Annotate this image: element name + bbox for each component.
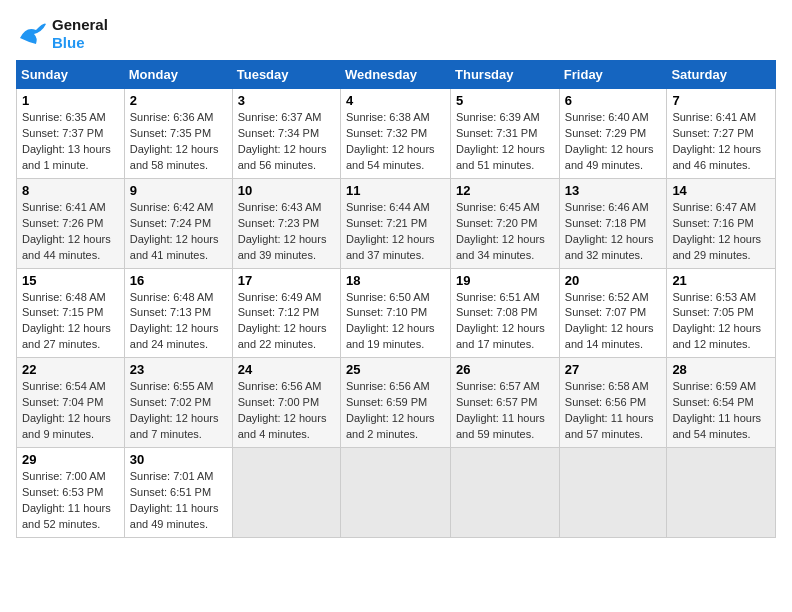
sunset-label: Sunset: 7:07 PM [565, 306, 646, 318]
calendar-cell: 5 Sunrise: 6:39 AM Sunset: 7:31 PM Dayli… [451, 89, 560, 179]
calendar-week-row: 8 Sunrise: 6:41 AM Sunset: 7:26 PM Dayli… [17, 178, 776, 268]
day-number: 2 [130, 93, 227, 108]
daylight-label: Daylight: 12 hours and 7 minutes. [130, 412, 219, 440]
day-number: 30 [130, 452, 227, 467]
day-info: Sunrise: 6:59 AM Sunset: 6:54 PM Dayligh… [672, 379, 770, 443]
daylight-label: Daylight: 12 hours and 44 minutes. [22, 233, 111, 261]
daylight-label: Daylight: 12 hours and 17 minutes. [456, 322, 545, 350]
day-number: 11 [346, 183, 445, 198]
daylight-label: Daylight: 12 hours and 41 minutes. [130, 233, 219, 261]
day-number: 8 [22, 183, 119, 198]
sunrise-label: Sunrise: 6:41 AM [672, 111, 756, 123]
calendar-cell: 23 Sunrise: 6:55 AM Sunset: 7:02 PM Dayl… [124, 358, 232, 448]
sunrise-label: Sunrise: 6:56 AM [346, 380, 430, 392]
daylight-label: Daylight: 12 hours and 22 minutes. [238, 322, 327, 350]
sunset-label: Sunset: 7:00 PM [238, 396, 319, 408]
day-info: Sunrise: 6:48 AM Sunset: 7:13 PM Dayligh… [130, 290, 227, 354]
day-number: 4 [346, 93, 445, 108]
day-info: Sunrise: 6:38 AM Sunset: 7:32 PM Dayligh… [346, 110, 445, 174]
sunset-label: Sunset: 7:29 PM [565, 127, 646, 139]
daylight-label: Daylight: 12 hours and 2 minutes. [346, 412, 435, 440]
sunrise-label: Sunrise: 6:56 AM [238, 380, 322, 392]
day-number: 29 [22, 452, 119, 467]
calendar-cell: 17 Sunrise: 6:49 AM Sunset: 7:12 PM Dayl… [232, 268, 340, 358]
sunrise-label: Sunrise: 6:41 AM [22, 201, 106, 213]
sunrise-label: Sunrise: 6:48 AM [130, 291, 214, 303]
calendar-cell: 26 Sunrise: 6:57 AM Sunset: 6:57 PM Dayl… [451, 358, 560, 448]
sunrise-label: Sunrise: 6:54 AM [22, 380, 106, 392]
sunset-label: Sunset: 6:53 PM [22, 486, 103, 498]
calendar-cell: 14 Sunrise: 6:47 AM Sunset: 7:16 PM Dayl… [667, 178, 776, 268]
day-info: Sunrise: 6:48 AM Sunset: 7:15 PM Dayligh… [22, 290, 119, 354]
sunrise-label: Sunrise: 6:38 AM [346, 111, 430, 123]
sunset-label: Sunset: 7:13 PM [130, 306, 211, 318]
sunrise-label: Sunrise: 6:51 AM [456, 291, 540, 303]
sunrise-label: Sunrise: 6:45 AM [456, 201, 540, 213]
day-info: Sunrise: 6:44 AM Sunset: 7:21 PM Dayligh… [346, 200, 445, 264]
calendar-cell: 12 Sunrise: 6:45 AM Sunset: 7:20 PM Dayl… [451, 178, 560, 268]
day-number: 19 [456, 273, 554, 288]
day-number: 3 [238, 93, 335, 108]
sunrise-label: Sunrise: 6:44 AM [346, 201, 430, 213]
calendar-cell: 21 Sunrise: 6:53 AM Sunset: 7:05 PM Dayl… [667, 268, 776, 358]
day-number: 21 [672, 273, 770, 288]
sunset-label: Sunset: 7:05 PM [672, 306, 753, 318]
calendar-cell: 13 Sunrise: 6:46 AM Sunset: 7:18 PM Dayl… [559, 178, 667, 268]
daylight-label: Daylight: 12 hours and 56 minutes. [238, 143, 327, 171]
calendar-cell: 25 Sunrise: 6:56 AM Sunset: 6:59 PM Dayl… [340, 358, 450, 448]
sunset-label: Sunset: 6:59 PM [346, 396, 427, 408]
sunset-label: Sunset: 6:56 PM [565, 396, 646, 408]
calendar-cell: 29 Sunrise: 7:00 AM Sunset: 6:53 PM Dayl… [17, 448, 125, 538]
daylight-label: Daylight: 12 hours and 49 minutes. [565, 143, 654, 171]
logo-bird-icon [16, 18, 48, 50]
calendar-cell: 2 Sunrise: 6:36 AM Sunset: 7:35 PM Dayli… [124, 89, 232, 179]
daylight-label: Daylight: 11 hours and 52 minutes. [22, 502, 111, 530]
day-number: 5 [456, 93, 554, 108]
sunrise-label: Sunrise: 6:37 AM [238, 111, 322, 123]
calendar-cell: 28 Sunrise: 6:59 AM Sunset: 6:54 PM Dayl… [667, 358, 776, 448]
sunset-label: Sunset: 6:57 PM [456, 396, 537, 408]
col-header-tuesday: Tuesday [232, 61, 340, 89]
calendar-table: SundayMondayTuesdayWednesdayThursdayFrid… [16, 60, 776, 538]
daylight-label: Daylight: 12 hours and 32 minutes. [565, 233, 654, 261]
sunset-label: Sunset: 7:08 PM [456, 306, 537, 318]
calendar-cell [559, 448, 667, 538]
day-info: Sunrise: 6:56 AM Sunset: 7:00 PM Dayligh… [238, 379, 335, 443]
day-number: 10 [238, 183, 335, 198]
calendar-cell: 20 Sunrise: 6:52 AM Sunset: 7:07 PM Dayl… [559, 268, 667, 358]
daylight-label: Daylight: 11 hours and 54 minutes. [672, 412, 761, 440]
day-number: 1 [22, 93, 119, 108]
col-header-monday: Monday [124, 61, 232, 89]
sunrise-label: Sunrise: 6:55 AM [130, 380, 214, 392]
sunset-label: Sunset: 7:34 PM [238, 127, 319, 139]
sunset-label: Sunset: 7:31 PM [456, 127, 537, 139]
col-header-sunday: Sunday [17, 61, 125, 89]
calendar-cell: 7 Sunrise: 6:41 AM Sunset: 7:27 PM Dayli… [667, 89, 776, 179]
calendar-header-row: SundayMondayTuesdayWednesdayThursdayFrid… [17, 61, 776, 89]
col-header-friday: Friday [559, 61, 667, 89]
sunset-label: Sunset: 7:15 PM [22, 306, 103, 318]
sunrise-label: Sunrise: 6:47 AM [672, 201, 756, 213]
sunrise-label: Sunrise: 6:53 AM [672, 291, 756, 303]
day-info: Sunrise: 6:37 AM Sunset: 7:34 PM Dayligh… [238, 110, 335, 174]
calendar-week-row: 22 Sunrise: 6:54 AM Sunset: 7:04 PM Dayl… [17, 358, 776, 448]
day-number: 12 [456, 183, 554, 198]
calendar-cell: 10 Sunrise: 6:43 AM Sunset: 7:23 PM Dayl… [232, 178, 340, 268]
daylight-label: Daylight: 11 hours and 49 minutes. [130, 502, 219, 530]
day-number: 15 [22, 273, 119, 288]
day-number: 20 [565, 273, 662, 288]
sunset-label: Sunset: 7:21 PM [346, 217, 427, 229]
col-header-saturday: Saturday [667, 61, 776, 89]
sunset-label: Sunset: 7:32 PM [346, 127, 427, 139]
calendar-cell: 16 Sunrise: 6:48 AM Sunset: 7:13 PM Dayl… [124, 268, 232, 358]
calendar-cell [340, 448, 450, 538]
calendar-cell: 15 Sunrise: 6:48 AM Sunset: 7:15 PM Dayl… [17, 268, 125, 358]
calendar-cell: 6 Sunrise: 6:40 AM Sunset: 7:29 PM Dayli… [559, 89, 667, 179]
daylight-label: Daylight: 12 hours and 12 minutes. [672, 322, 761, 350]
daylight-label: Daylight: 12 hours and 46 minutes. [672, 143, 761, 171]
day-info: Sunrise: 6:50 AM Sunset: 7:10 PM Dayligh… [346, 290, 445, 354]
daylight-label: Daylight: 12 hours and 39 minutes. [238, 233, 327, 261]
header: General Blue [16, 16, 776, 52]
day-number: 13 [565, 183, 662, 198]
day-info: Sunrise: 7:01 AM Sunset: 6:51 PM Dayligh… [130, 469, 227, 533]
